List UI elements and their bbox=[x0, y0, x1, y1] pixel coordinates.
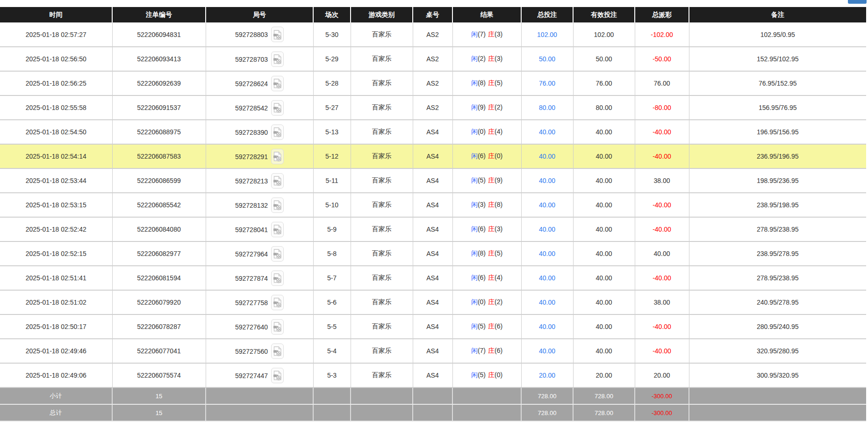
cell-bet-id: 522206092639 bbox=[112, 71, 206, 95]
result-player-label: 闲 bbox=[471, 298, 478, 306]
table-row[interactable]: 2025-01-18 02:57:27 522206094831 5927288… bbox=[0, 22, 866, 47]
video-file-icon bbox=[273, 371, 281, 380]
cell-table-id: AS4 bbox=[413, 241, 452, 266]
table-row[interactable]: 2025-01-18 02:54:50 522206088975 5927283… bbox=[0, 120, 866, 144]
cell-result: 闲(8)庄(5) bbox=[452, 71, 521, 95]
cell-round: 592728803 bbox=[206, 22, 313, 47]
summary-total-bet: 728.00 bbox=[521, 387, 573, 404]
cell-bet-id: 522206077041 bbox=[112, 339, 206, 363]
cell-total-bet[interactable]: 50.00 bbox=[521, 47, 573, 71]
column-header-round: 局号 bbox=[206, 7, 313, 22]
table-row[interactable]: 2025-01-18 02:51:41 522206081594 5927278… bbox=[0, 266, 866, 290]
result-banker-points: (3) bbox=[495, 225, 502, 233]
table-row[interactable]: 2025-01-18 02:53:15 522206085542 5927281… bbox=[0, 193, 866, 217]
cell-total-bet[interactable]: 40.00 bbox=[521, 314, 573, 339]
video-file-icon bbox=[273, 249, 281, 259]
cell-payout: -50.00 bbox=[635, 47, 689, 71]
cell-total-bet[interactable]: 40.00 bbox=[521, 217, 573, 241]
video-file-icon bbox=[273, 152, 281, 161]
cell-bet-id: 522206085542 bbox=[112, 193, 206, 217]
video-file-icon bbox=[273, 54, 281, 64]
cell-total-bet[interactable]: 40.00 bbox=[521, 120, 573, 144]
summary-count: 15 bbox=[112, 404, 206, 421]
round-video-button[interactable] bbox=[271, 124, 284, 140]
cell-session: 5-7 bbox=[313, 266, 351, 290]
table-row[interactable]: 2025-01-18 02:50:17 522206078287 5927276… bbox=[0, 314, 866, 339]
cell-total-bet[interactable]: 40.00 bbox=[521, 266, 573, 290]
cell-total-bet[interactable]: 20.00 bbox=[521, 363, 573, 387]
cell-payout: 20.00 bbox=[635, 363, 689, 387]
round-number: 592727447 bbox=[235, 372, 268, 379]
cell-total-bet[interactable]: 40.00 bbox=[521, 168, 573, 193]
round-number: 592728703 bbox=[235, 55, 268, 63]
round-video-button[interactable] bbox=[271, 368, 284, 383]
result-player-label: 闲 bbox=[471, 322, 478, 330]
result-banker-label: 庄 bbox=[488, 322, 495, 330]
cell-table-id: AS4 bbox=[413, 193, 452, 217]
table-row[interactable]: 2025-01-18 02:51:02 522206079920 5927277… bbox=[0, 290, 866, 314]
round-video-button[interactable] bbox=[271, 197, 284, 213]
summary-payout: -300.00 bbox=[635, 404, 689, 421]
cell-time: 2025-01-18 02:53:15 bbox=[0, 193, 112, 217]
round-video-button[interactable] bbox=[271, 51, 284, 67]
table-row[interactable]: 2025-01-18 02:52:42 522206084080 5927280… bbox=[0, 217, 866, 241]
table-row[interactable]: 2025-01-18 02:49:46 522206077041 5927275… bbox=[0, 339, 866, 363]
result-banker-points: (6) bbox=[495, 347, 502, 354]
cell-total-bet[interactable]: 40.00 bbox=[521, 339, 573, 363]
cell-remark: 102.95/0.95 bbox=[689, 22, 866, 47]
cell-time: 2025-01-18 02:55:58 bbox=[0, 95, 112, 120]
table-row[interactable]: 2025-01-18 02:53:44 522206086599 5927282… bbox=[0, 168, 866, 193]
cell-round: 592727447 bbox=[206, 363, 313, 387]
result-banker-label: 庄 bbox=[488, 55, 495, 62]
cell-result: 闲(5)庄(0) bbox=[452, 363, 521, 387]
cell-result: 闲(6)庄(0) bbox=[452, 144, 521, 168]
cell-table-id: AS2 bbox=[413, 47, 452, 71]
table-footer: 小计 15 728.00 728.00 -300.00 总计 15 728.00… bbox=[0, 387, 866, 421]
round-video-button[interactable] bbox=[271, 270, 284, 286]
cell-result: 闲(5)庄(6) bbox=[452, 314, 521, 339]
cell-total-bet[interactable]: 80.00 bbox=[521, 95, 573, 120]
cell-total-bet[interactable]: 40.00 bbox=[521, 241, 573, 266]
cell-time: 2025-01-18 02:53:44 bbox=[0, 168, 112, 193]
cell-total-bet[interactable]: 40.00 bbox=[521, 290, 573, 314]
round-video-button[interactable] bbox=[271, 222, 284, 237]
table-row[interactable]: 2025-01-18 02:55:58 522206091537 5927285… bbox=[0, 95, 866, 120]
round-video-button[interactable] bbox=[271, 76, 284, 91]
round-number: 592728390 bbox=[235, 128, 268, 136]
round-video-button[interactable] bbox=[271, 295, 284, 310]
round-video-button[interactable] bbox=[271, 246, 284, 262]
cell-remark: 196.95/156.95 bbox=[689, 120, 866, 144]
table-row[interactable]: 2025-01-18 02:56:50 522206093413 5927287… bbox=[0, 47, 866, 71]
result-player-points: (2) bbox=[478, 55, 486, 62]
round-video-button[interactable] bbox=[271, 100, 284, 116]
top-right-button[interactable] bbox=[848, 0, 867, 4]
cell-valid-bet: 102.00 bbox=[573, 22, 635, 47]
round-video-button[interactable] bbox=[271, 149, 284, 164]
cell-total-bet[interactable]: 40.00 bbox=[521, 193, 573, 217]
cell-total-bet[interactable]: 76.00 bbox=[521, 71, 573, 95]
cell-game-type: 百家乐 bbox=[351, 314, 413, 339]
round-number: 592727640 bbox=[235, 323, 268, 330]
result-banker-points: (0) bbox=[495, 152, 502, 160]
table-row[interactable]: 2025-01-18 02:54:14 522206087583 5927282… bbox=[0, 144, 866, 168]
column-header-game-type: 游戏类别 bbox=[351, 7, 413, 22]
cell-time: 2025-01-18 02:54:50 bbox=[0, 120, 112, 144]
cell-total-bet[interactable]: 40.00 bbox=[521, 144, 573, 168]
cell-time: 2025-01-18 02:50:17 bbox=[0, 314, 112, 339]
cell-game-type: 百家乐 bbox=[351, 339, 413, 363]
cell-round: 592728291 bbox=[206, 144, 313, 168]
cell-total-bet[interactable]: 102.00 bbox=[521, 22, 573, 47]
round-video-button[interactable] bbox=[271, 319, 284, 335]
result-player-label: 闲 bbox=[471, 152, 478, 160]
table-row[interactable]: 2025-01-18 02:56:25 522206092639 5927286… bbox=[0, 71, 866, 95]
round-video-button[interactable] bbox=[271, 173, 284, 189]
round-video-button[interactable] bbox=[271, 27, 284, 42]
table-row[interactable]: 2025-01-18 02:49:06 522206075574 5927274… bbox=[0, 363, 866, 387]
cell-round: 592728542 bbox=[206, 95, 313, 120]
cell-table-id: AS4 bbox=[413, 363, 452, 387]
round-number: 592727964 bbox=[235, 250, 268, 257]
cell-bet-id: 522206086599 bbox=[112, 168, 206, 193]
round-video-button[interactable] bbox=[271, 343, 284, 359]
result-player-points: (3) bbox=[478, 201, 486, 208]
table-row[interactable]: 2025-01-18 02:52:15 522206082977 5927279… bbox=[0, 241, 866, 266]
